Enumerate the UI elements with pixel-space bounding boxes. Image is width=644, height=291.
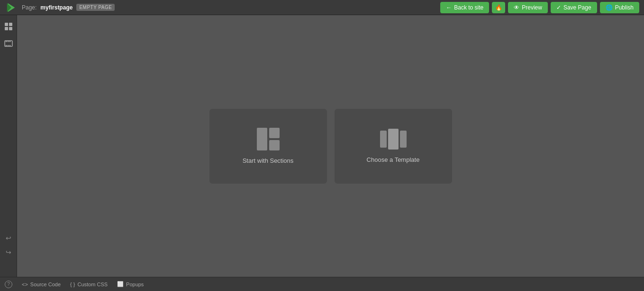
svg-rect-2 (5, 23, 8, 26)
bottom-bar: ? <> Source Code { } Custom CSS ⬜ Popups (0, 277, 644, 291)
publish-label: Publish (615, 4, 634, 11)
help-icon: ? (5, 281, 12, 288)
svg-rect-12 (9, 45, 10, 46)
start-with-sections-card[interactable]: Start with Sections (209, 109, 327, 184)
popups-icon: ⬜ (117, 281, 124, 287)
popups-label: Popups (126, 282, 144, 287)
custom-css-icon: { } (70, 282, 75, 287)
preview-label: Preview (522, 4, 542, 11)
sidebar-bottom: ↩ ↪ (3, 232, 14, 277)
svg-rect-5 (9, 27, 12, 30)
custom-css-item[interactable]: { } Custom CSS (70, 282, 108, 287)
sections-card-label: Start with Sections (243, 157, 294, 164)
left-sidebar: ↩ ↪ (0, 15, 17, 277)
save-page-label: Save Page (563, 4, 591, 11)
svg-rect-11 (8, 45, 9, 46)
source-code-label: Source Code (30, 282, 61, 287)
top-bar: Page: myfirstpage EMPTY PAGE ← Back to s… (0, 0, 644, 15)
sections-grid-icon (257, 128, 280, 150)
page-name: myfirstpage (40, 4, 73, 11)
empty-page-badge: EMPTY PAGE (76, 4, 115, 11)
main-layout: ↩ ↪ Start with Sections (0, 15, 644, 277)
history-icon: 🔥 (495, 4, 502, 11)
undo-button[interactable]: ↩ (3, 232, 14, 244)
template-card-label: Choose a Template (367, 156, 420, 163)
popups-item[interactable]: ⬜ Popups (117, 281, 144, 287)
canvas-area: Start with Sections Choose a Template (17, 15, 644, 277)
custom-css-label: Custom CSS (77, 282, 108, 287)
save-page-button[interactable]: ✓ Save Page (551, 2, 597, 13)
top-bar-left: Page: myfirstpage EMPTY PAGE (5, 1, 115, 14)
source-code-icon: <> (22, 282, 28, 287)
choose-template-card[interactable]: Choose a Template (335, 109, 452, 184)
globe-icon: 🌐 (606, 4, 613, 11)
logo (5, 1, 18, 14)
eye-icon: 👁 (514, 4, 519, 11)
svg-rect-9 (9, 41, 10, 42)
back-to-site-button[interactable]: ← Back to site (440, 2, 489, 13)
page-label: Page: (22, 4, 36, 11)
sidebar-media-icon[interactable] (2, 37, 15, 50)
redo-button[interactable]: ↪ (3, 247, 14, 258)
help-item[interactable]: ? (5, 281, 12, 288)
template-icon (380, 129, 407, 150)
svg-rect-8 (8, 41, 9, 42)
arrow-left-icon: ← (446, 4, 452, 11)
cards-container: Start with Sections Choose a Template (209, 109, 452, 184)
svg-rect-3 (9, 23, 12, 26)
back-to-site-label: Back to site (454, 4, 483, 11)
sidebar-sections-icon[interactable] (2, 20, 15, 33)
top-bar-right: ← Back to site 🔥 👁 Preview ✓ Save Page 🌐… (440, 2, 639, 13)
svg-rect-4 (5, 27, 8, 30)
source-code-item[interactable]: <> Source Code (22, 282, 61, 287)
history-button[interactable]: 🔥 (492, 2, 505, 13)
svg-rect-10 (6, 45, 7, 46)
svg-rect-7 (6, 41, 7, 42)
preview-button[interactable]: 👁 Preview (508, 2, 548, 13)
checkmark-icon: ✓ (556, 4, 561, 11)
publish-button[interactable]: 🌐 Publish (600, 2, 639, 13)
